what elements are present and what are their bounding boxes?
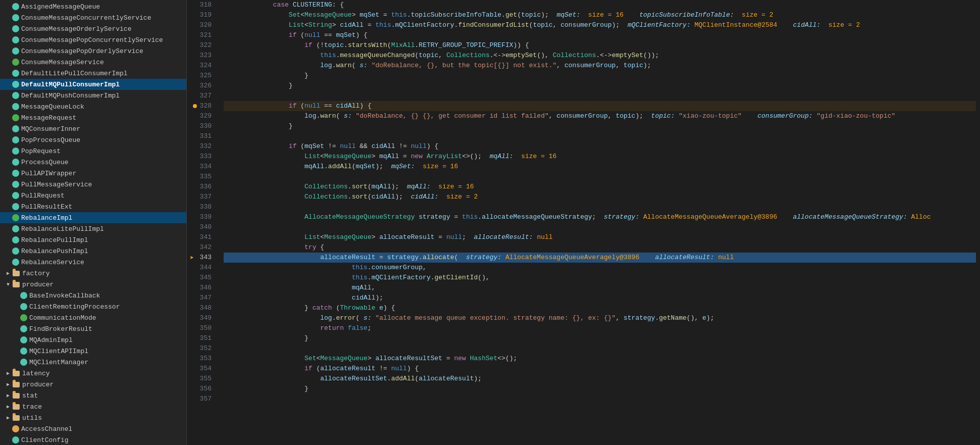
- sidebar-item-label: MQClientManager: [29, 359, 88, 366]
- sidebar-item-label: PullResultExt: [21, 203, 72, 211]
- class-icon: [12, 36, 19, 43]
- gutter-337: [187, 192, 197, 202]
- sidebar-item-factory[interactable]: ▶ factory: [0, 268, 186, 279]
- sidebar-item-ConsumeMessageService[interactable]: ConsumeMessageService: [0, 57, 186, 68]
- enum-icon: [12, 425, 19, 432]
- sidebar-item-MQConsumerInner[interactable]: MQConsumerInner: [0, 123, 186, 134]
- code-line-334: mqAll.addAll(mqSet); mqSet: size = 16: [224, 162, 976, 172]
- sidebar-item-DefaultMQPullConsumerImpl[interactable]: DefaultMQPullConsumerImpl: [0, 79, 186, 90]
- sidebar-item-utils[interactable]: ▶ utils: [0, 412, 186, 423]
- sidebar-item-label: RebalanceService: [21, 259, 84, 266]
- class-icon: [20, 325, 27, 332]
- sidebar-item-label: ConsumeMessageService: [21, 59, 104, 66]
- class-icon: [12, 236, 19, 243]
- class-icon: [12, 70, 19, 77]
- code-editor[interactable]: ➤ 318 319 320 321 322 323 324 3: [187, 0, 980, 445]
- sidebar-item-ConsumeMessagePopConcurrentlyService[interactable]: ConsumeMessagePopConcurrentlyService: [0, 34, 186, 45]
- sidebar-item-ClientRemotingProcessor[interactable]: ClientRemotingProcessor: [0, 301, 186, 312]
- collapse-arrow: ▶: [4, 369, 12, 377]
- class-icon: [12, 125, 19, 132]
- sidebar-item-ProcessQueue[interactable]: ProcessQueue: [0, 157, 186, 168]
- sidebar-item-producer2[interactable]: ▶ producer: [0, 379, 186, 390]
- sidebar-item-latency[interactable]: ▶ latency: [0, 368, 186, 379]
- code-line-322: if (!topic.startsWith(MixAll.RETRY_GROUP…: [224, 40, 976, 51]
- sidebar[interactable]: AssignedMessageQueue ConsumeMessageConcu…: [0, 0, 187, 445]
- line-num-355: 355: [197, 374, 216, 384]
- line-num-354: 354: [197, 364, 216, 374]
- sidebar-item-ConsumeMessageOrderlyService[interactable]: ConsumeMessageOrderlyService: [0, 23, 186, 34]
- sidebar-item-RebalancePullImpl[interactable]: RebalancePullImpl: [0, 234, 186, 245]
- sidebar-item-MessageRequest[interactable]: MessageRequest: [0, 112, 186, 123]
- sidebar-item-DefaultMQPushConsumerImpl[interactable]: DefaultMQPushConsumerImpl: [0, 90, 186, 101]
- interface-icon: [12, 114, 19, 121]
- gutter-325: [187, 71, 197, 81]
- line-num-338: 338: [197, 202, 216, 212]
- line-num-328: 328: [197, 101, 216, 111]
- sidebar-item-trace[interactable]: ▶ trace: [0, 401, 186, 412]
- code-line-320: List<String> cidAll = this.mQClientFacto…: [224, 20, 976, 30]
- gutter-351: [187, 333, 197, 343]
- sidebar-item-PopProcessQueue[interactable]: PopProcessQueue: [0, 134, 186, 145]
- code-line-333: List<MessageQueue> mqAll = new ArrayList…: [224, 152, 976, 162]
- sidebar-item-BaseInvokeCallback[interactable]: BaseInvokeCallback: [0, 290, 186, 301]
- sidebar-item-RebalancePushImpl[interactable]: RebalancePushImpl: [0, 245, 186, 257]
- sidebar-item-DefaultLitePullConsumerImpl[interactable]: DefaultLitePullConsumerImpl: [0, 68, 186, 79]
- code-line-347: cidAll);: [224, 293, 976, 303]
- line-num-350: 350: [197, 323, 216, 333]
- sidebar-item-ConsumeMessageConcurrentlyService[interactable]: ConsumeMessageConcurrentlyService: [0, 12, 186, 23]
- line-num-340: 340: [197, 222, 216, 232]
- folder-icon: [12, 270, 20, 277]
- sidebar-item-CommunicationMode[interactable]: CommunicationMode: [0, 312, 186, 323]
- gutter-323: [187, 51, 197, 61]
- sidebar-item-PullAPIWrapper[interactable]: PullAPIWrapper: [0, 168, 186, 179]
- gutter-347: [187, 293, 197, 303]
- class-icon: [12, 259, 19, 266]
- sidebar-item-ConsumeMessagePopOrderlyService[interactable]: ConsumeMessagePopOrderlyService: [0, 45, 186, 57]
- sidebar-item-FindBrokerResult[interactable]: FindBrokerResult: [0, 323, 186, 334]
- debug-gutter: ➤: [187, 0, 197, 445]
- code-line-323: this.messageQueueChanged(topic, Collecti…: [224, 51, 976, 61]
- sidebar-item-label: ConsumeMessagePopOrderlyService: [21, 47, 143, 55]
- sidebar-item-label: RebalancePushImpl: [21, 248, 88, 255]
- line-num-321: 321: [197, 30, 216, 40]
- code-line-331: [224, 131, 976, 141]
- code-line-344: this.consumerGroup,: [224, 263, 976, 273]
- enum-icon: [20, 314, 27, 321]
- sidebar-item-AccessChannel[interactable]: AccessChannel: [0, 423, 186, 434]
- sidebar-item-PullMessageService[interactable]: PullMessageService: [0, 179, 186, 190]
- sidebar-item-MessageQueueLock[interactable]: MessageQueueLock: [0, 101, 186, 112]
- sidebar-item-PullRequest[interactable]: PullRequest: [0, 190, 186, 201]
- sidebar-item-stat[interactable]: ▶ stat: [0, 390, 186, 401]
- collapse-arrow: ▶: [4, 414, 12, 422]
- line-num-349: 349: [197, 313, 216, 323]
- sidebar-item-PopRequest[interactable]: PopRequest: [0, 145, 186, 157]
- gutter-322: [187, 40, 197, 51]
- gutter-350: [187, 323, 197, 333]
- gutter-357: [187, 394, 197, 404]
- sidebar-item-ClientConfig[interactable]: ClientConfig: [0, 434, 186, 445]
- code-content[interactable]: case CLUSTERING: { Set<MessageQueue> mqS…: [220, 0, 980, 445]
- line-numbers: 318 319 320 321 322 323 324 325 326 327 …: [197, 0, 220, 445]
- code-line-329: log.warn( s: "doRebalance, {} {}, get co…: [224, 111, 976, 121]
- folder-icon: [12, 403, 20, 410]
- sidebar-item-RebalanceLitePullImpl[interactable]: RebalanceLitePullImpl: [0, 223, 186, 234]
- code-line-342: try {: [224, 242, 976, 253]
- sidebar-item-MQAdminImpl[interactable]: MQAdminImpl: [0, 334, 186, 345]
- sidebar-item-PullResultExt[interactable]: PullResultExt: [0, 201, 186, 212]
- sidebar-item-label: factory: [22, 270, 50, 277]
- sidebar-item-producer[interactable]: ▼ producer: [0, 279, 186, 290]
- line-num-325: 325: [197, 71, 216, 81]
- folder-icon: [12, 370, 20, 377]
- code-line-324: log.warn( s: "doRebalance, {}, but the t…: [224, 61, 976, 71]
- sidebar-item-AssignedMessageQueue[interactable]: AssignedMessageQueue: [0, 1, 186, 12]
- gutter-341: [187, 232, 197, 242]
- sidebar-item-MQClientManager[interactable]: MQClientManager: [0, 357, 186, 368]
- collapse-arrow: ▶: [4, 269, 12, 277]
- gutter-345: [187, 273, 197, 283]
- sidebar-item-RebalanceImpl[interactable]: RebalanceImpl: [0, 212, 186, 223]
- line-num-329: 329: [197, 111, 216, 121]
- gutter-348: [187, 303, 197, 313]
- sidebar-item-RebalanceService[interactable]: RebalanceService: [0, 257, 186, 268]
- sidebar-item-MQClientAPIImpl[interactable]: MQClientAPIImpl: [0, 345, 186, 357]
- code-line-346: mqAll,: [224, 283, 976, 293]
